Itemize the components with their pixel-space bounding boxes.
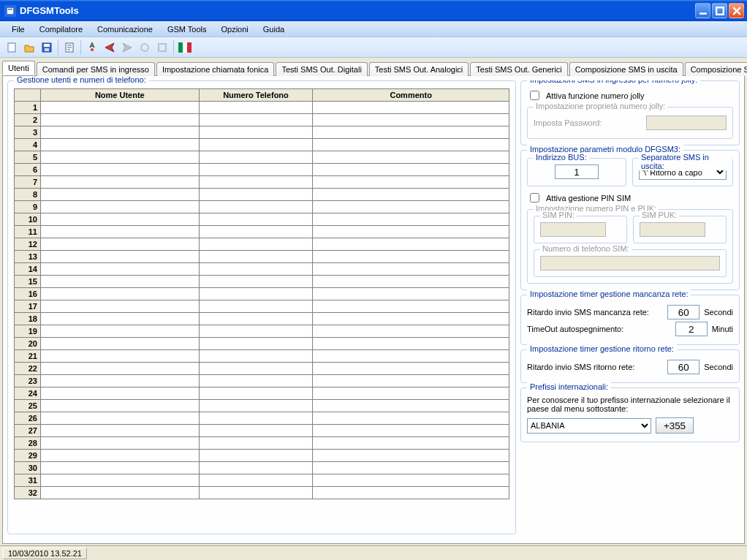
table-row[interactable]: 3	[15, 126, 509, 139]
cell[interactable]	[41, 425, 200, 437]
cell[interactable]	[41, 189, 200, 201]
table-row[interactable]: 14	[15, 263, 509, 276]
tab-0[interactable]: Utenti	[2, 61, 35, 75]
cell[interactable]	[313, 313, 509, 325]
cell[interactable]	[313, 437, 509, 450]
cell[interactable]	[41, 462, 200, 474]
launch-icon[interactable]	[83, 39, 100, 56]
cell[interactable]	[313, 226, 509, 238]
cell[interactable]	[41, 313, 200, 325]
menu-opzioni[interactable]: Opzioni	[213, 23, 255, 35]
tab-7[interactable]: Composizione SMS speciali	[685, 62, 747, 76]
flag-italy-icon[interactable]	[176, 39, 193, 56]
table-row[interactable]: 22	[15, 363, 509, 375]
cell[interactable]	[313, 263, 509, 276]
cell[interactable]	[41, 450, 200, 462]
cell[interactable]	[313, 276, 509, 288]
cell[interactable]	[313, 474, 509, 487]
cell[interactable]	[199, 425, 313, 437]
cell[interactable]	[313, 412, 509, 425]
table-row[interactable]: 25	[15, 400, 509, 412]
cell[interactable]	[41, 238, 200, 251]
menu-file[interactable]: File	[4, 23, 32, 35]
cell[interactable]	[313, 189, 509, 201]
cell[interactable]	[313, 114, 509, 126]
tab-4[interactable]: Testi SMS Out. Analogici	[369, 62, 469, 76]
table-row[interactable]: 32	[15, 487, 509, 499]
table-row[interactable]: 2	[15, 114, 509, 126]
cell[interactable]	[199, 126, 313, 139]
cell[interactable]	[41, 338, 200, 350]
cell[interactable]	[313, 450, 509, 462]
close-button[interactable]	[729, 3, 744, 18]
table-row[interactable]: 28	[15, 437, 509, 450]
cell[interactable]	[41, 213, 200, 226]
cell[interactable]	[199, 238, 313, 251]
table-row[interactable]: 19	[15, 325, 509, 338]
pin-enable-checkbox[interactable]	[530, 193, 539, 203]
cell[interactable]	[199, 288, 313, 300]
cell[interactable]	[41, 276, 200, 288]
timeout-input[interactable]	[675, 322, 708, 336]
cell[interactable]	[199, 164, 313, 176]
table-row[interactable]: 17	[15, 300, 509, 313]
cell[interactable]	[41, 263, 200, 276]
cell[interactable]	[199, 251, 313, 263]
cell[interactable]	[199, 363, 313, 375]
cell[interactable]	[41, 201, 200, 213]
cell[interactable]	[199, 325, 313, 338]
table-row[interactable]: 18	[15, 313, 509, 325]
cell[interactable]	[313, 375, 509, 387]
cell[interactable]	[41, 400, 200, 412]
cell[interactable]	[199, 139, 313, 151]
cell[interactable]	[41, 412, 200, 425]
table-row[interactable]: 7	[15, 176, 509, 189]
tab-2[interactable]: Impostazione chiamata fonica	[156, 62, 275, 76]
cell[interactable]	[313, 213, 509, 226]
table-row[interactable]: 27	[15, 425, 509, 437]
cell[interactable]	[313, 102, 509, 114]
users-table[interactable]: Nome Utente Numero Telefono Commento 123…	[14, 88, 509, 499]
maximize-button[interactable]	[712, 3, 727, 18]
cell[interactable]	[313, 300, 509, 313]
table-row[interactable]: 29	[15, 450, 509, 462]
new-icon[interactable]	[3, 39, 20, 56]
cell[interactable]	[313, 201, 509, 213]
cell[interactable]	[41, 251, 200, 263]
table-row[interactable]: 15	[15, 276, 509, 288]
cell[interactable]	[41, 350, 200, 363]
cell[interactable]	[313, 126, 509, 139]
table-row[interactable]: 16	[15, 288, 509, 300]
cell[interactable]	[41, 437, 200, 450]
cell[interactable]	[199, 474, 313, 487]
cell[interactable]	[199, 226, 313, 238]
prefix-code-button[interactable]: +355	[656, 417, 694, 434]
table-row[interactable]: 26	[15, 412, 509, 425]
table-row[interactable]: 12	[15, 238, 509, 251]
off-delay-input[interactable]	[667, 305, 699, 319]
menu-gsm-tools[interactable]: GSM Tools	[160, 23, 214, 35]
cell[interactable]	[199, 189, 313, 201]
cell[interactable]	[41, 139, 200, 151]
menu-guida[interactable]: Guida	[256, 23, 292, 35]
compile-icon[interactable]	[61, 39, 77, 56]
cell[interactable]	[41, 114, 200, 126]
tool2-icon[interactable]	[153, 39, 170, 56]
cell[interactable]	[199, 276, 313, 288]
cell[interactable]	[313, 164, 509, 176]
cell[interactable]	[41, 474, 200, 487]
bus-input[interactable]	[555, 164, 599, 179]
cell[interactable]	[41, 164, 200, 176]
cell[interactable]	[199, 387, 313, 400]
cell[interactable]	[199, 313, 313, 325]
cell[interactable]	[313, 400, 509, 412]
tab-5[interactable]: Testi SMS Out. Generici	[470, 62, 567, 76]
cell[interactable]	[41, 363, 200, 375]
table-row[interactable]: 4	[15, 139, 509, 151]
cell[interactable]	[41, 300, 200, 313]
cell[interactable]	[41, 151, 200, 164]
cell[interactable]	[199, 412, 313, 425]
cell[interactable]	[199, 176, 313, 189]
table-row[interactable]: 24	[15, 387, 509, 400]
table-row[interactable]: 5	[15, 151, 509, 164]
